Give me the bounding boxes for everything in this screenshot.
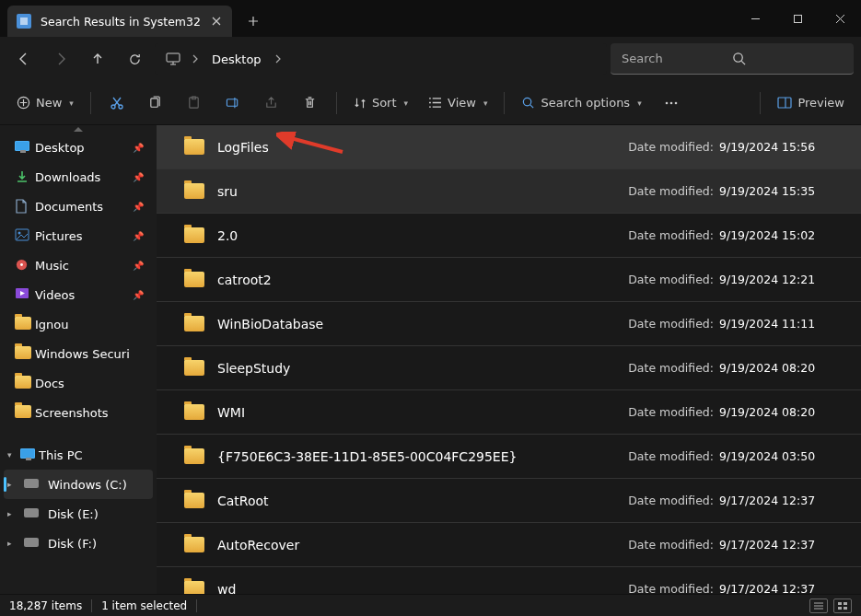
breadcrumb-segment[interactable]: Desktop [204,49,269,70]
date-modified-label: Date modified: [628,405,714,419]
window-tab[interactable]: Search Results in System32 [7,6,232,37]
separator [760,92,761,114]
address-bar[interactable]: Desktop [155,43,607,75]
sidebar-item-label: Downloads [35,170,100,184]
date-modified-label: Date modified: [628,228,714,242]
folder-icon [184,581,204,594]
delete-button[interactable] [292,87,329,120]
svg-point-10 [524,98,531,105]
file-name: CatRoot [217,494,628,508]
folder-icon [184,227,204,243]
folder-icon [184,272,204,287]
folder-icon [184,360,204,376]
file-row[interactable]: wdDate modified:9/17/2024 12:37 [157,567,861,594]
folder-icon [184,139,204,155]
sidebar-item-this-pc[interactable]: ▾ This PC [4,440,153,470]
sidebar-item-drive[interactable]: ▸Disk (F:) [4,529,153,558]
pin-icon: 📌 [133,231,144,241]
sidebar-item-label: Docs [35,377,64,390]
preview-button[interactable]: Preview [768,87,854,120]
disk-icon [24,477,39,492]
back-button[interactable] [7,42,41,76]
sidebar-item[interactable]: Ignou [4,309,153,339]
folder-search-icon [17,14,31,29]
desktop-icon [15,140,29,155]
sidebar-item-drive[interactable]: ▸Disk (E:) [4,499,153,529]
sidebar-item[interactable]: Downloads📌 [4,162,153,192]
toolbar: New ▾ Sort ▾ View ▾ [0,81,861,125]
chevron-down-icon: ▾ [483,99,488,108]
maximize-button[interactable] [776,0,819,37]
titlebar: Search Results in System32 [0,0,861,37]
new-tab-button[interactable] [238,6,269,37]
folder-icon [15,376,29,390]
folder-icon [184,493,204,508]
svg-point-5 [119,105,122,109]
share-button[interactable] [253,87,290,120]
disk-icon [24,536,39,551]
search-input[interactable]: Search [611,43,854,75]
thumbnails-view-button[interactable] [833,599,852,613]
date-modified-label: Date modified: [628,582,714,594]
more-button[interactable] [653,87,690,120]
folder-icon [15,405,29,420]
file-name: WinBioDatabase [217,317,628,331]
forward-button[interactable] [44,42,77,76]
folder-icon [184,448,204,464]
separator [504,92,505,114]
sidebar-item-label: Pictures [35,229,82,243]
file-date: 9/19/2024 11:11 [719,317,839,331]
separator [196,599,197,612]
file-row[interactable]: sruDate modified:9/19/2024 15:35 [157,169,861,214]
sidebar-item[interactable]: Videos📌 [4,280,153,309]
sidebar-item[interactable]: Music📌 [4,250,153,280]
file-row[interactable]: SleepStudyDate modified:9/19/2024 08:20 [157,346,861,390]
date-modified-label: Date modified: [628,273,714,286]
svg-rect-0 [794,15,801,22]
svg-rect-14 [778,98,791,108]
sidebar-item[interactable]: Docs [4,368,153,398]
up-button[interactable] [81,42,114,76]
paste-button[interactable] [176,87,213,120]
close-window-button[interactable] [819,0,861,37]
close-tab-button[interactable] [210,15,223,28]
date-modified-label: Date modified: [628,494,714,507]
file-row[interactable]: LogFilesDate modified:9/19/2024 15:56 [157,125,861,169]
pictures-icon [15,228,29,243]
sort-button[interactable]: Sort ▾ [344,87,417,120]
pin-icon: 📌 [133,172,144,182]
separator [336,92,337,114]
file-name: LogFiles [217,140,628,155]
refresh-button[interactable] [118,42,151,76]
file-name: catroot2 [217,273,628,287]
sidebar-item[interactable]: Desktop📌 [4,133,153,162]
file-row[interactable]: CatRootDate modified:9/17/2024 12:37 [157,479,861,523]
file-row[interactable]: 2.0Date modified:9/19/2024 15:02 [157,214,861,258]
sidebar-item[interactable]: Windows Securi [4,339,153,368]
copy-button[interactable] [137,87,174,120]
svg-rect-24 [844,607,847,610]
search-options-button[interactable]: Search options ▾ [512,87,650,120]
details-view-button[interactable] [809,599,828,613]
sidebar-item[interactable]: Documents📌 [4,192,153,221]
view-button[interactable]: View ▾ [419,87,496,120]
rename-button[interactable] [215,87,251,120]
window-controls [734,0,861,37]
file-list[interactable]: LogFilesDate modified:9/19/2024 15:56sru… [157,125,861,594]
sidebar-item[interactable]: Pictures📌 [4,221,153,250]
new-button[interactable]: New ▾ [7,87,83,120]
minimize-button[interactable] [734,0,776,37]
file-row[interactable]: {F750E6C3-38EE-11D1-85E5-00C04FC295EE}Da… [157,435,861,479]
sidebar-item-drive[interactable]: ▸Windows (C:) [4,470,153,499]
file-row[interactable]: catroot2Date modified:9/19/2024 12:21 [157,258,861,302]
file-row[interactable]: WinBioDatabaseDate modified:9/19/2024 11… [157,302,861,346]
date-modified-label: Date modified: [628,140,714,154]
monitor-icon [160,42,186,76]
file-row[interactable]: WMIDate modified:9/19/2024 08:20 [157,390,861,435]
sort-label: Sort [372,96,397,110]
cut-button[interactable] [99,87,135,120]
folder-icon [184,537,204,552]
sidebar-item[interactable]: Screenshots [4,398,153,427]
date-modified-label: Date modified: [628,317,714,331]
file-row[interactable]: AutoRecoverDate modified:9/17/2024 12:37 [157,523,861,567]
